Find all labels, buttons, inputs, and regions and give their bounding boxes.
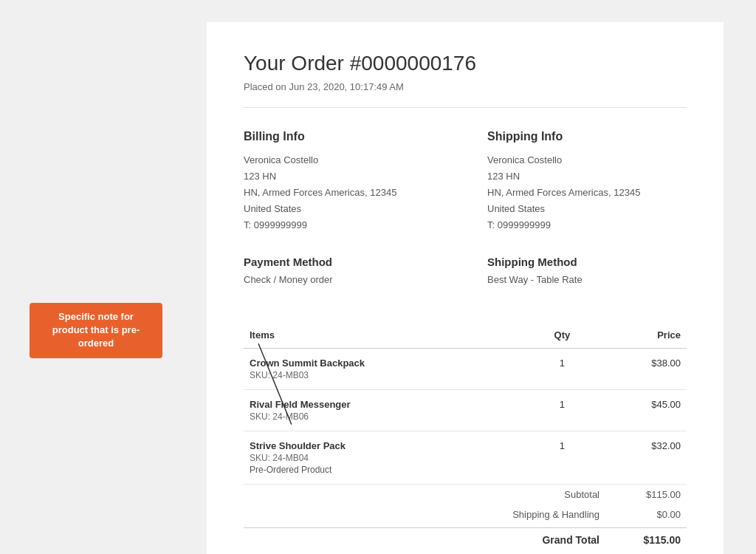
shipping-totals-value: $0.00: [629, 509, 681, 520]
item-note: Pre-Ordered Product: [250, 465, 525, 475]
billing-info-col: Billing Info Veronica Costello 123 HN HN…: [244, 130, 443, 233]
payment-method-value: Check / Money order: [244, 274, 443, 285]
order-title: Your Order #0000000176: [244, 52, 687, 75]
item-details-cell: Rival Field Messenger SKU: 24-MB06: [244, 390, 531, 431]
shipping-country: United States: [487, 201, 687, 217]
shipping-info-col: Shipping Info Veronica Costello 123 HN H…: [487, 130, 687, 233]
billing-info-heading: Billing Info: [244, 130, 443, 143]
shipping-info-heading: Shipping Info: [487, 130, 687, 143]
billing-name: Veronica Costello: [244, 152, 443, 168]
shipping-totals-row: Shipping & Handling $0.00: [244, 505, 687, 524]
shipping-name: Veronica Costello: [487, 152, 687, 168]
table-row: Crown Summit Backpack SKU: 24-MB03 1 $38…: [244, 349, 687, 390]
item-qty-cell: 1: [531, 390, 594, 431]
shipping-method-col: Shipping Method Best Way - Table Rate: [487, 256, 687, 285]
item-price-cell: $45.00: [594, 390, 687, 431]
grand-total-value: $115.00: [629, 534, 681, 546]
shipping-address2: HN, Armed Forces Americas, 12345: [487, 185, 687, 201]
info-section: Billing Info Veronica Costello 123 HN HN…: [244, 130, 687, 233]
payment-method-heading: Payment Method: [244, 256, 443, 268]
payment-method-col: Payment Method Check / Money order: [244, 256, 443, 285]
col-header-price: Price: [594, 322, 687, 349]
grand-total-row: Grand Total $115.00: [244, 527, 687, 550]
billing-country: United States: [244, 201, 443, 217]
subtotal-label: Subtotal: [481, 489, 599, 500]
shipping-address1: 123 HN: [487, 168, 687, 185]
billing-address2: HN, Armed Forces Americas, 12345: [244, 185, 443, 201]
billing-address1: 123 HN: [244, 168, 443, 185]
shipping-method-value: Best Way - Table Rate: [487, 274, 687, 285]
subtotal-row: Subtotal $115.00: [244, 485, 687, 505]
shipping-totals-label: Shipping & Handling: [481, 509, 599, 520]
table-row: Rival Field Messenger SKU: 24-MB06 1 $45…: [244, 390, 687, 431]
method-section: Payment Method Check / Money order Shipp…: [244, 256, 687, 300]
pre-order-note-box: Specific note for product that is pre-or…: [30, 303, 162, 358]
item-name: Rival Field Messenger: [250, 399, 525, 410]
item-qty-cell: 1: [531, 349, 594, 390]
order-date: Placed on Jun 23, 2020, 10:17:49 AM: [244, 81, 687, 108]
shipping-phone: T: 0999999999: [487, 217, 687, 233]
item-sku: SKU: 24-MB03: [250, 370, 525, 380]
item-name: Strive Shoulder Pack: [250, 440, 525, 451]
table-row: Strive Shoulder Pack SKU: 24-MB04 Pre-Or…: [244, 431, 687, 485]
item-details-cell: Crown Summit Backpack SKU: 24-MB03: [244, 349, 531, 390]
sidebar-note-area: Specific note for product that is pre-or…: [30, 303, 162, 358]
item-price-cell: $38.00: [594, 349, 687, 390]
shipping-method-heading: Shipping Method: [487, 256, 687, 268]
item-sku: SKU: 24-MB06: [250, 411, 525, 422]
grand-total-label: Grand Total: [481, 534, 599, 546]
item-qty-cell: 1: [531, 431, 594, 485]
item-sku: SKU: 24-MB04: [250, 453, 525, 463]
col-header-items: Items: [244, 322, 531, 349]
item-name: Crown Summit Backpack: [250, 358, 525, 369]
item-details-cell: Strive Shoulder Pack SKU: 24-MB04 Pre-Or…: [244, 431, 531, 485]
subtotal-value: $115.00: [629, 489, 681, 500]
item-price-cell: $32.00: [594, 431, 687, 485]
items-table: Items Qty Price Crown Summit Backpack SK…: [244, 322, 687, 550]
billing-phone: T: 0999999999: [244, 217, 443, 233]
order-detail-panel: Your Order #0000000176 Placed on Jun 23,…: [207, 22, 724, 554]
col-header-qty: Qty: [531, 322, 594, 349]
